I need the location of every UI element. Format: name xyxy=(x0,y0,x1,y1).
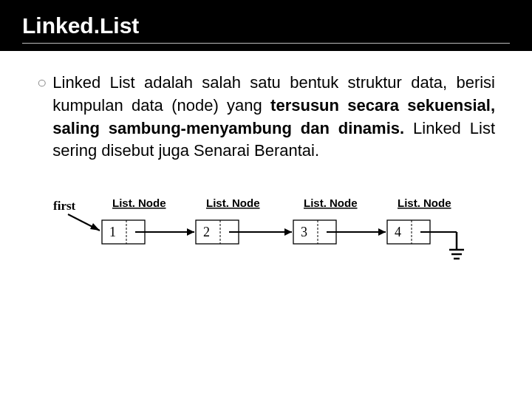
node-value: 4 xyxy=(395,225,401,239)
header-divider xyxy=(22,43,510,44)
body-text: Linked List adalah salah satu bentuk str… xyxy=(52,72,495,163)
slide-content: ○ Linked List adalah salah satu bentuk s… xyxy=(0,51,532,266)
bullet-item: ○ Linked List adalah salah satu bentuk s… xyxy=(37,72,495,163)
node-value: 1 xyxy=(109,225,116,239)
node-value: 3 xyxy=(301,225,307,239)
node-value: 2 xyxy=(203,225,210,239)
diagram-node-label: List. Node xyxy=(398,197,451,209)
arrow-head-icon xyxy=(378,228,386,236)
diagram-node-label: List. Node xyxy=(112,197,166,209)
arrow-head-icon xyxy=(284,228,292,236)
diagram-first-label: first xyxy=(53,199,76,213)
diagram-node-label: List. Node xyxy=(304,197,358,209)
diagram-node-label: List. Node xyxy=(206,197,260,209)
arrow-head-icon xyxy=(90,223,100,231)
bullet-icon: ○ xyxy=(37,73,47,92)
arrow-head-icon xyxy=(187,228,194,236)
slide-title: Linked.List xyxy=(22,13,510,38)
linkedlist-diagram: first List. Node 1 List. Node 2 List. No… xyxy=(37,185,495,266)
slide-header: Linked.List xyxy=(0,0,532,51)
